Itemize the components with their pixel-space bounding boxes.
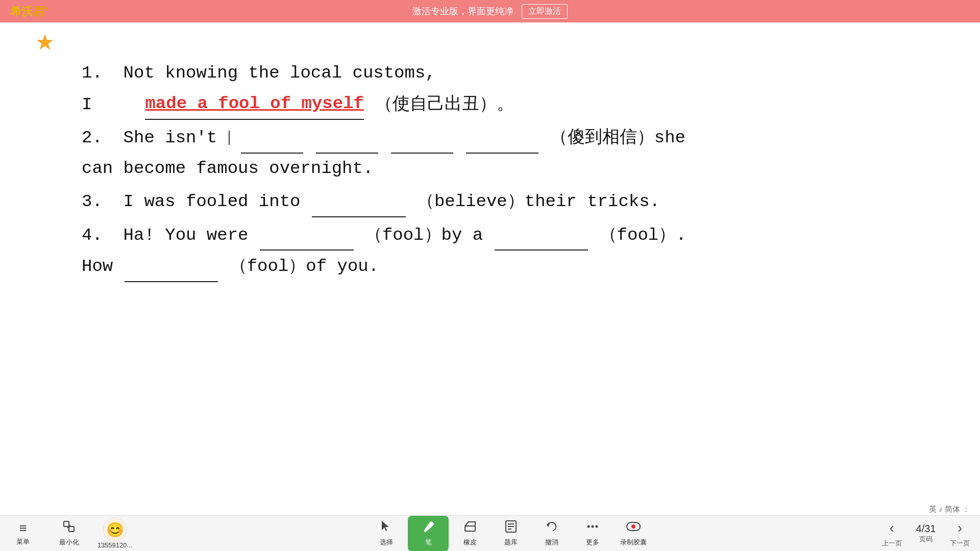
pen-label: 笔 xyxy=(425,538,432,547)
ex4-hint2: （fool）. xyxy=(600,226,687,245)
question-bank-icon xyxy=(504,520,518,537)
activate-button[interactable]: 立即激活 xyxy=(522,4,568,19)
minimize-label: 最小化 xyxy=(59,538,79,547)
prev-page-button[interactable]: ‹ 上一页 xyxy=(882,519,902,548)
ex2-blank3 xyxy=(391,122,453,154)
avatar: 😊 xyxy=(103,518,127,541)
svg-point-14 xyxy=(596,525,598,528)
logo-sub: 易 xyxy=(33,5,44,18)
svg-rect-0 xyxy=(64,521,69,527)
pen-tool[interactable]: 笔 xyxy=(408,516,449,552)
svg-point-16 xyxy=(631,524,635,529)
question-bank-tool[interactable]: 题库 xyxy=(491,516,531,552)
page-navigation: ‹ 上一页 4/31 页码 › 下一页 xyxy=(882,519,970,548)
select-icon xyxy=(380,520,393,537)
svg-marker-3 xyxy=(382,521,389,531)
current-page: 4 xyxy=(916,523,922,534)
app-logo: 希沃易+ xyxy=(10,3,50,19)
select-tool[interactable]: 选择 xyxy=(366,516,407,552)
ex4-hint1: （fool）by a xyxy=(365,226,494,245)
menu-icon: ≡ xyxy=(19,520,27,536)
prev-arrow-icon: ‹ xyxy=(883,519,901,539)
undo-icon xyxy=(545,520,558,537)
main-content: 1. Not knowing the local customs, I made… xyxy=(0,22,980,520)
ex2-blank2 xyxy=(316,122,378,154)
record-label: 录制胶囊 xyxy=(620,538,647,547)
ex2-blank4 xyxy=(466,122,539,154)
logo-main: 希沃 xyxy=(10,5,33,18)
minimize-button[interactable]: 最小化 xyxy=(46,516,92,552)
next-page-button[interactable]: › 下一页 xyxy=(950,519,970,548)
ex2-continuation: can become famous overnight. xyxy=(82,159,373,178)
question-bank-label: 题库 xyxy=(504,538,518,547)
prev-page-label: 上一页 xyxy=(882,539,902,548)
eraser-tool[interactable]: 橡皮 xyxy=(450,516,491,552)
more-icon xyxy=(586,520,599,537)
ex1-number: 1. Not knowing the local customs, xyxy=(82,63,436,83)
bottom-toolbar: ≡ 菜单 最小化 😊 13559120... xyxy=(0,515,980,551)
ex2-hint: （傻到相信）she xyxy=(550,128,685,147)
ex3-blank xyxy=(312,186,406,217)
ex2-text: 2. She isn't xyxy=(82,128,230,147)
ex2-blank1 xyxy=(241,122,303,154)
more-label: 更多 xyxy=(586,538,599,547)
record-icon xyxy=(626,520,641,537)
ex4-hint3: （fool）of you. xyxy=(230,257,379,276)
menu-button[interactable]: ≡ 菜单 xyxy=(0,516,46,552)
user-button[interactable]: 😊 13559120... xyxy=(92,516,138,552)
exercise-1: 1. Not knowing the local customs, I made… xyxy=(82,58,898,120)
ex1-line2: I xyxy=(82,95,134,114)
select-label: 选择 xyxy=(380,538,393,547)
svg-point-13 xyxy=(592,525,594,528)
banner-text: 激活专业版，界面更纯净 xyxy=(412,5,513,17)
pen-icon xyxy=(422,520,435,537)
record-tool[interactable]: 录制胶囊 xyxy=(613,516,654,552)
next-arrow-icon: › xyxy=(950,519,969,539)
eraser-label: 橡皮 xyxy=(463,538,477,547)
svg-rect-5 xyxy=(465,526,475,531)
page-fraction: 4/31 xyxy=(916,523,936,535)
exercise-2: 2. She isn't （傻到相信）she can become famous… xyxy=(82,122,898,184)
minimize-icon xyxy=(62,520,76,537)
eraser-icon xyxy=(463,520,477,537)
top-banner: 激活专业版，界面更纯净 立即激活 xyxy=(0,0,980,22)
exercise-3: 3. I was fooled into （believe）their tric… xyxy=(82,186,898,217)
page-number-display[interactable]: 4/31 页码 xyxy=(908,523,944,544)
more-tool[interactable]: 更多 xyxy=(572,516,613,552)
page-label: 页码 xyxy=(919,535,933,544)
ex4-blank2 xyxy=(495,219,589,251)
exercise-4: 4. Ha! You were （fool）by a （fool）. How （… xyxy=(82,219,898,282)
next-page-label: 下一页 xyxy=(950,539,970,548)
ex3-hint: （believe）their tricks. xyxy=(417,192,660,211)
ex3-text: 3. I was fooled into xyxy=(82,192,311,211)
menu-label: 菜单 xyxy=(16,537,30,546)
total-pages: 31 xyxy=(924,523,936,534)
undo-tool[interactable]: 撤消 xyxy=(531,516,572,552)
svg-point-12 xyxy=(587,525,590,528)
logo-plus: + xyxy=(44,3,50,13)
toolbar-right: ‹ 上一页 4/31 页码 › 下一页 xyxy=(882,519,980,548)
toolbar-center: 选择 笔 橡皮 xyxy=(138,514,882,552)
toolbar-left: ≡ 菜单 最小化 😊 13559120... xyxy=(0,516,138,552)
ex1-answer: made a fool of myself xyxy=(145,89,363,120)
user-label: 13559120... xyxy=(97,541,133,549)
ex4-line2: How xyxy=(82,257,124,276)
ex4-blank3 xyxy=(125,251,218,282)
undo-label: 撤消 xyxy=(545,538,558,547)
ex4-blank1 xyxy=(260,219,354,251)
ex1-hint: （使自己出丑）。 xyxy=(375,95,514,114)
ex4-text: 4. Ha! You were xyxy=(82,226,248,245)
svg-rect-1 xyxy=(69,527,74,532)
svg-marker-11 xyxy=(547,524,550,527)
